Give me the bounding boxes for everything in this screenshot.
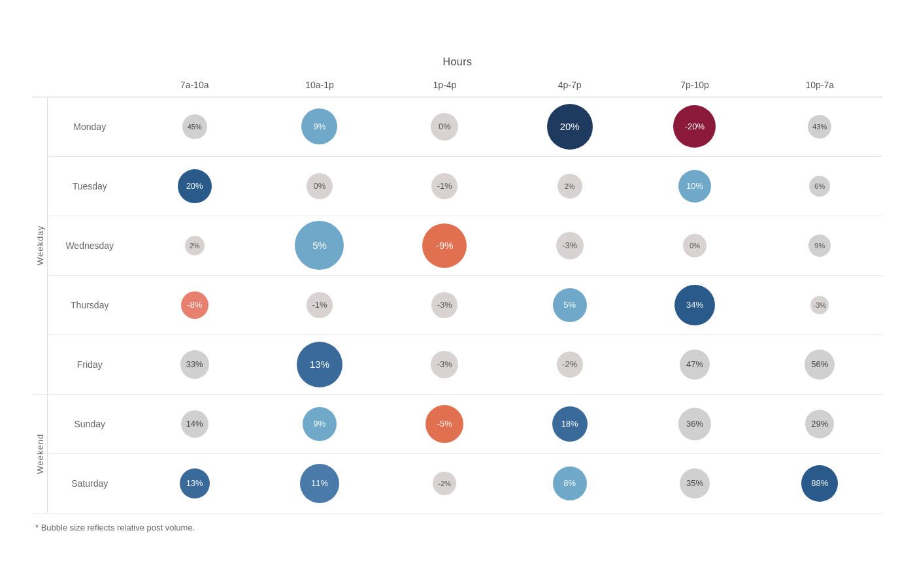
bubble-wrapper: -1% bbox=[382, 157, 507, 216]
bubble-cell: -2% bbox=[507, 335, 632, 394]
bubble: 20% bbox=[178, 169, 212, 203]
bubble: 13% bbox=[297, 342, 342, 387]
bubble-cell: -3% bbox=[757, 275, 882, 335]
bubble: -20% bbox=[673, 105, 716, 148]
bubble: 2% bbox=[557, 174, 582, 199]
bubble-wrapper: -2% bbox=[382, 454, 507, 513]
bubble-wrapper: 14% bbox=[132, 395, 257, 453]
bubble-cell: 5% bbox=[507, 275, 632, 335]
bubble-wrapper: -20% bbox=[632, 97, 757, 156]
bubble-wrapper: -3% bbox=[382, 335, 507, 394]
bubble: 33% bbox=[180, 350, 209, 379]
table-row: Tuesday20%0%-1%2%10%6% bbox=[33, 156, 882, 216]
bubble-wrapper: 2% bbox=[507, 157, 632, 216]
bubble-wrapper: 11% bbox=[257, 454, 382, 513]
bubble: 34% bbox=[674, 285, 715, 325]
bubble-cell: 9% bbox=[257, 97, 382, 156]
bubble-cell: 0% bbox=[382, 97, 507, 156]
bubble-cell: 2% bbox=[132, 216, 257, 275]
chart-container: Hours 7a-10a 10a-1p 1p-4p 4p-7p 7p-10p 1… bbox=[13, 43, 902, 546]
bubble: 5% bbox=[553, 288, 587, 322]
header-row: 7a-10a 10a-1p 1p-4p 4p-7p 7p-10p 10p-7a bbox=[33, 74, 882, 97]
bubble-wrapper: 2% bbox=[132, 216, 257, 275]
col-header-0: 7a-10a bbox=[132, 74, 257, 97]
bubble: 2% bbox=[185, 236, 205, 255]
bubble: -3% bbox=[431, 292, 458, 318]
day-label: Friday bbox=[47, 335, 132, 394]
bubble: 10% bbox=[678, 170, 711, 203]
day-label: Saturday bbox=[47, 453, 132, 513]
col-header-4: 7p-10p bbox=[632, 74, 757, 97]
bubble-wrapper: 18% bbox=[507, 395, 632, 453]
bubble-cell: 34% bbox=[632, 275, 757, 335]
bubble: 43% bbox=[808, 115, 831, 139]
bubble-cell: 88% bbox=[757, 453, 882, 513]
bubble-cell: 45% bbox=[132, 97, 257, 156]
bubble-wrapper: 9% bbox=[257, 395, 382, 453]
bubble: -8% bbox=[181, 291, 208, 319]
bubble-wrapper: -3% bbox=[757, 276, 882, 335]
bubble-cell: 6% bbox=[757, 156, 882, 216]
table-row: WeekendSunday14%9%-5%18%36%29% bbox=[33, 395, 882, 454]
section-label-weekday: Weekday bbox=[33, 97, 47, 394]
bubble: -3% bbox=[556, 232, 584, 259]
bubble: -1% bbox=[307, 292, 333, 318]
bubble-cell: -1% bbox=[257, 275, 382, 335]
bubble: -3% bbox=[431, 351, 458, 378]
bubble-cell: 5% bbox=[257, 216, 382, 275]
bubble-wrapper: 9% bbox=[757, 216, 882, 275]
bubble-cell: 35% bbox=[632, 453, 757, 513]
bubble: 6% bbox=[809, 176, 830, 197]
bubble: 0% bbox=[431, 113, 458, 140]
bubble: -9% bbox=[422, 223, 467, 268]
bubble: 9% bbox=[808, 235, 831, 257]
bubble: 14% bbox=[181, 410, 208, 438]
bubble: -2% bbox=[433, 472, 456, 495]
bubble-cell: 20% bbox=[507, 97, 632, 156]
col-header-2: 1p-4p bbox=[382, 74, 507, 97]
bubble-wrapper: 88% bbox=[757, 454, 882, 513]
bubble-wrapper: 36% bbox=[632, 395, 757, 453]
bubble-wrapper: 0% bbox=[382, 97, 507, 156]
bubble-cell: -3% bbox=[507, 216, 632, 275]
section-label-weekend: Weekend bbox=[33, 395, 47, 514]
bubble: 36% bbox=[678, 408, 711, 440]
table-row: Friday33%13%-3%-2%47%56% bbox=[33, 335, 882, 394]
bubble-cell: 56% bbox=[757, 335, 882, 394]
day-label: Thursday bbox=[47, 275, 132, 335]
bubble-cell: 18% bbox=[507, 395, 632, 454]
bubble-cell: 10% bbox=[632, 156, 757, 216]
chart-title: Hours bbox=[33, 56, 882, 68]
bubble: 11% bbox=[300, 464, 339, 503]
bubble: 56% bbox=[805, 350, 835, 380]
bubble-cell: 0% bbox=[257, 156, 382, 216]
bubble-wrapper: 13% bbox=[257, 335, 382, 394]
bubble: 35% bbox=[680, 468, 710, 498]
footnote: * Bubble size reflects relative post vol… bbox=[33, 523, 882, 532]
day-label: Tuesday bbox=[47, 156, 132, 216]
bubble-cell: -8% bbox=[132, 275, 257, 335]
bubble-cell: 13% bbox=[132, 453, 257, 513]
bubble: -3% bbox=[810, 296, 829, 314]
bubble-cell: -3% bbox=[382, 275, 507, 335]
bubble: 5% bbox=[295, 221, 344, 270]
bubble-cell: 43% bbox=[757, 97, 882, 156]
bubble-wrapper: 0% bbox=[257, 157, 382, 216]
bubble: 13% bbox=[180, 468, 210, 498]
table-row: Thursday-8%-1%-3%5%34%-3% bbox=[33, 275, 882, 335]
bubble-wrapper: -5% bbox=[382, 395, 507, 453]
bubble-cell: 11% bbox=[257, 453, 382, 513]
bubble-cell: 14% bbox=[132, 395, 257, 454]
bubble: 20% bbox=[547, 104, 593, 150]
bubble-wrapper: 47% bbox=[632, 335, 757, 394]
bubble-cell: -5% bbox=[382, 395, 507, 454]
bubble-cell: 13% bbox=[257, 335, 382, 394]
bubble-cell: 9% bbox=[257, 395, 382, 454]
header-empty bbox=[33, 74, 132, 97]
bubble-cell: 0% bbox=[632, 216, 757, 275]
col-header-1: 10a-1p bbox=[257, 74, 382, 97]
bubble-wrapper: -3% bbox=[507, 216, 632, 275]
bubble: 88% bbox=[801, 465, 838, 502]
bubble-cell: -1% bbox=[382, 156, 507, 216]
bubble-chart-table: 7a-10a 10a-1p 1p-4p 4p-7p 7p-10p 10p-7a … bbox=[33, 74, 882, 514]
